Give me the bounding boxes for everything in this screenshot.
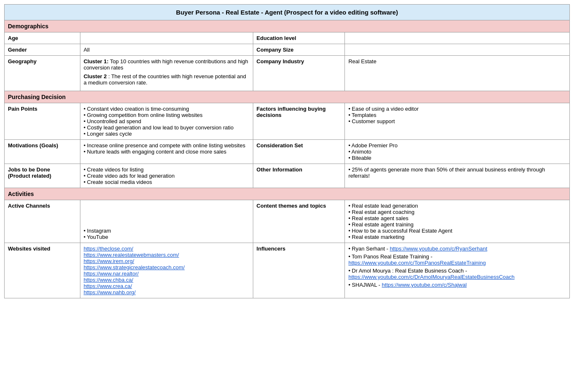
geography-industry-row: Geography Cluster 1: Top 10 countries wi… [5,56,570,91]
motivations-consideration-row: Motivations (Goals) • Increase online pr… [5,140,570,164]
age-value [80,32,253,44]
influencer-item: • Dr Amol Mourya : Real Estate Business … [348,268,566,280]
painpoints-factors-row: Pain Points • Constant video creation is… [5,103,570,140]
consideration-label: Consideration Set [253,140,345,164]
factors-value: • Ease of using a video editor • Templat… [345,103,570,140]
geography-label: Geography [5,56,80,91]
influencer-link[interactable]: https://www.youtube.com/c/Shajwal [382,282,467,288]
influencer-link[interactable]: https://www.youtube.com/c/RyanSerhant [390,246,487,252]
other-info-label: Other Information [253,164,345,188]
website-link[interactable]: https://www.nahb.org/ [84,289,136,295]
title-row: Buyer Persona - Real Estate - Agent (Pro… [5,5,570,20]
website-link[interactable]: https://www.chba.ca/ [84,277,133,283]
page-title: Buyer Persona - Real Estate - Agent (Pro… [5,5,570,20]
websites-list: https://theclose.com/https://www.realest… [84,246,250,295]
influencer-item: • Ryan Serhant - https://www.youtube.com… [348,246,566,252]
geography-value: Cluster 1: Top 10 countries with high re… [80,56,253,91]
gender-companysize-row: Gender All Company Size [5,44,570,56]
website-link[interactable]: https://www.nar.realtor/ [84,270,139,277]
purchasing-header: Purchasing Decision [5,91,570,103]
main-table: Buyer Persona - Real Estate - Agent (Pro… [4,4,570,298]
motivations-label: Motivations (Goals) [5,140,80,164]
pain-points-value: • Constant video creation is time-consum… [80,103,253,140]
active-channels-label: Active Channels [5,200,80,243]
websites-influencers-row: Websites visited https://theclose.com/ht… [5,243,570,298]
active-channels-value: • Instagram • YouTube [80,200,253,243]
gender-label: Gender [5,44,80,56]
company-size-value [345,44,570,56]
website-link[interactable]: https://www.strategicrealestatecoach.com… [84,264,185,270]
content-themes-label: Content themes and topics [253,200,345,243]
company-industry-value: Real Estate [345,56,570,91]
channels-content-row: Active Channels • Instagram • YouTube Co… [5,200,570,243]
content-themes-value: • Real estate lead generation • Real est… [345,200,570,243]
influencer-item: • SHAJWAL - https://www.youtube.com/c/Sh… [348,282,566,288]
cluster2-bold: Cluster 2 [84,73,107,79]
demographics-header: Demographics [5,20,570,32]
geography-cluster2: Cluster 2 : The rest of the countries wi… [84,73,250,86]
education-value [345,32,570,44]
gender-value: All [80,44,253,56]
motivations-value: • Increase online presence and compete w… [80,140,253,164]
websites-label: Websites visited [5,243,80,298]
jobs-value: • Create videos for listing • Create vid… [80,164,253,188]
influencers-list: • Ryan Serhant - https://www.youtube.com… [348,246,566,288]
influencer-item: • Tom Panos Real Estate Training - https… [348,253,566,266]
website-link[interactable]: https://www.realestatewebmasters.com/ [84,252,179,258]
jobs-otherinfo-row: Jobs to be Done (Product related) • Crea… [5,164,570,188]
influencers-label: Influencers [253,243,345,298]
company-industry-label: Company Industry [253,56,345,91]
education-label: Education level [253,32,345,44]
age-label: Age [5,32,80,44]
age-education-row: Age Education level [5,32,570,44]
influencers-value: • Ryan Serhant - https://www.youtube.com… [345,243,570,298]
influencer-link[interactable]: https://www.youtube.com/c/DrAmolMouryaRe… [348,274,514,280]
demographics-header-row: Demographics [5,20,570,32]
geography-cluster1: Cluster 1: Top 10 countries with high re… [84,58,250,71]
website-link[interactable]: https://www.crea.ca/ [84,283,132,289]
activities-header-row: Activities [5,188,570,200]
factors-label: Factors influencing buying decisions [253,103,345,140]
consideration-value: • Adobe Premier Pro • Animoto • Biteable [345,140,570,164]
other-info-value: • 25% of agents generate more than 50% o… [345,164,570,188]
pain-points-label: Pain Points [5,103,80,140]
company-size-label: Company Size [253,44,345,56]
influencer-link[interactable]: https://www.youtube.com/c/TomPanosRealEs… [348,260,486,266]
cluster1-bold: Cluster 1: [84,58,109,65]
activities-header: Activities [5,188,570,200]
jobs-label: Jobs to be Done (Product related) [5,164,80,188]
website-link[interactable]: https://www.irem.org/ [84,258,134,264]
cluster2-text: : The rest of the countries with high re… [84,73,246,86]
websites-value: https://theclose.com/https://www.realest… [80,243,253,298]
purchasing-header-row: Purchasing Decision [5,91,570,103]
website-link[interactable]: https://theclose.com/ [84,246,133,252]
